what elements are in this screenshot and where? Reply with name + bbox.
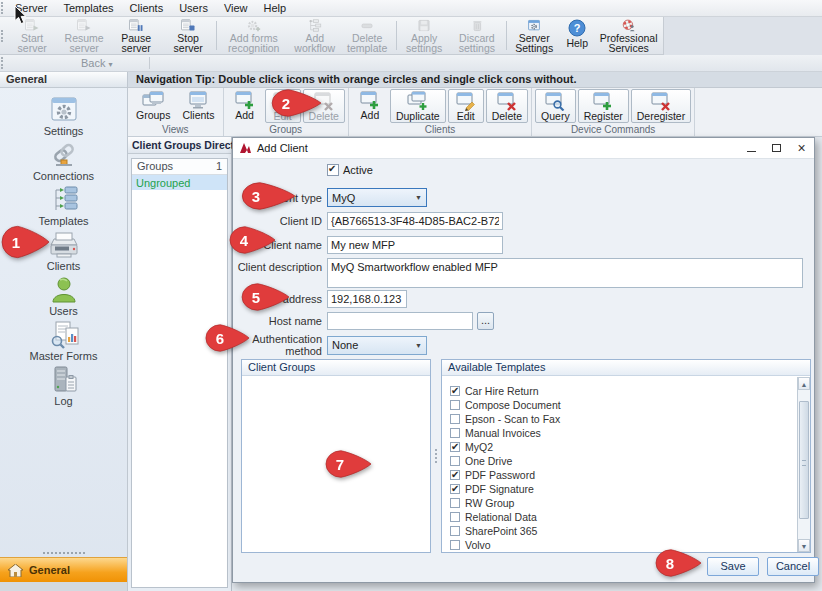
template-row[interactable]: Compose Document <box>442 398 810 412</box>
professional-services-button[interactable]: Professional Services <box>594 17 663 54</box>
template-row[interactable]: Car Hire Return <box>442 384 810 398</box>
help-button[interactable]: ? Help <box>560 17 594 54</box>
client-name-input[interactable] <box>327 236 503 254</box>
menu-templates[interactable]: Templates <box>55 1 121 15</box>
splitter-handle[interactable] <box>0 548 127 557</box>
add-forms-recognition-button[interactable]: Add forms recognition <box>219 17 289 54</box>
groups-add-button[interactable]: Add <box>227 89 263 123</box>
template-row[interactable]: MyQ2 <box>442 440 810 454</box>
cancel-button[interactable]: Cancel <box>767 557 819 576</box>
client-type-select[interactable]: MyQ ▼ <box>327 188 427 207</box>
host-browse-button[interactable]: ... <box>477 312 494 330</box>
sidebar-item-users[interactable]: Users <box>0 275 127 317</box>
template-row[interactable]: Manual Invoices <box>442 426 810 440</box>
sidebar-item-log[interactable]: Log <box>0 365 127 407</box>
device-register-button[interactable]: Register <box>578 89 629 123</box>
settings-icon <box>48 95 80 125</box>
menu-help[interactable]: Help <box>256 1 295 15</box>
views-groups-button[interactable]: Groups <box>131 89 175 123</box>
menu-clients[interactable]: Clients <box>122 1 172 15</box>
add-icon <box>359 90 381 110</box>
template-checkbox[interactable] <box>450 540 460 550</box>
template-checkbox[interactable] <box>450 400 460 410</box>
template-checkbox[interactable] <box>450 442 460 452</box>
add-workflow-button[interactable]: Add workflow <box>289 17 341 54</box>
sidebar-item-settings[interactable]: Settings <box>0 95 127 137</box>
menu-users[interactable]: Users <box>171 1 216 15</box>
resume-server-button[interactable]: Resume server <box>58 17 110 54</box>
template-row[interactable]: RW Group <box>442 496 810 510</box>
group-row-ungrouped[interactable]: Ungrouped <box>132 175 227 190</box>
minimize-button[interactable] <box>739 138 764 158</box>
clients-edit-button[interactable]: Edit <box>448 89 484 123</box>
server-settings-button[interactable]: Server Settings <box>508 17 560 54</box>
templates-scrollbar[interactable]: ▲ ▼ <box>797 377 810 552</box>
ip-address-input[interactable] <box>327 290 407 308</box>
sidebar-footer-general[interactable]: General <box>0 557 127 582</box>
save-button[interactable]: Save <box>707 557 759 576</box>
views-clients-button[interactable]: Clients <box>177 89 219 123</box>
template-checkbox[interactable] <box>450 456 460 466</box>
sidebar-item-templates[interactable]: Templates <box>0 185 127 227</box>
menu-view[interactable]: View <box>216 1 256 15</box>
toolbar-separator <box>396 21 397 50</box>
clients-delete-button[interactable]: Delete <box>486 89 528 123</box>
active-checkbox[interactable] <box>327 164 339 176</box>
scroll-thumb[interactable] <box>799 401 809 519</box>
sidebar-header: General <box>0 72 127 88</box>
register-icon <box>592 91 614 111</box>
template-checkbox[interactable] <box>450 386 460 396</box>
maximize-icon <box>772 144 781 152</box>
client-description-input[interactable]: MyQ Smartworkflow enabled MFP <box>327 258 803 288</box>
template-checkbox[interactable] <box>450 414 460 424</box>
template-row[interactable]: PDF Password <box>442 468 810 482</box>
discard-settings-button[interactable]: Discard settings <box>450 17 503 54</box>
svg-text:?: ? <box>574 22 581 34</box>
maximize-button[interactable] <box>764 138 789 158</box>
panel-title: Client Groups Directory <box>128 137 231 154</box>
template-checkbox[interactable] <box>450 428 460 438</box>
device-deregister-button[interactable]: Deregister <box>631 89 691 123</box>
apply-settings-button[interactable]: Apply settings <box>398 17 450 54</box>
device-query-button[interactable]: Query <box>535 89 576 123</box>
clients-duplicate-button[interactable]: Duplicate <box>390 89 446 123</box>
clients-add-button[interactable]: Add <box>352 89 388 123</box>
sidebar-item-connections[interactable]: Connections <box>0 140 127 182</box>
close-button[interactable]: × <box>789 138 814 158</box>
template-checkbox[interactable] <box>450 470 460 480</box>
add-icon <box>234 90 256 110</box>
add-forms-recognition-icon <box>244 19 264 32</box>
panel-splitter[interactable] <box>431 359 441 553</box>
template-checkbox[interactable] <box>450 498 460 508</box>
add-workflow-icon <box>305 19 325 32</box>
scroll-down-arrow[interactable]: ▼ <box>798 539 810 552</box>
host-name-input[interactable] <box>327 312 473 330</box>
template-checkbox[interactable] <box>450 512 460 522</box>
template-row[interactable]: Relational Data <box>442 510 810 524</box>
log-icon <box>49 365 79 395</box>
back-button[interactable]: Back ▾ <box>75 57 119 69</box>
step-balloon-8: 8 <box>654 548 702 578</box>
template-row[interactable]: One Drive <box>442 454 810 468</box>
step-balloon-7: 7 <box>324 449 372 479</box>
scroll-up-arrow[interactable]: ▲ <box>798 377 810 390</box>
template-row[interactable]: Epson - Scan to Fax <box>442 412 810 426</box>
step-balloon-3: 3 <box>240 181 296 211</box>
chevron-down-icon: ▼ <box>415 194 422 201</box>
add-client-dialog: Add Client × Active Client type MyQ ▼ Cl… <box>232 137 815 583</box>
sidebar-item-master-forms[interactable]: Master Forms <box>0 320 127 362</box>
template-row[interactable]: Volvo <box>442 538 810 552</box>
groups-column-header[interactable]: Groups 1 <box>132 159 227 175</box>
client-id-input[interactable] <box>327 212 503 230</box>
template-checkbox[interactable] <box>450 526 460 536</box>
delete-template-button[interactable]: Delete template <box>341 17 394 54</box>
dialog-titlebar[interactable]: Add Client × <box>233 138 814 159</box>
auth-method-select[interactable]: None ▼ <box>327 336 427 355</box>
pause-server-button[interactable]: Pause server <box>110 17 162 54</box>
template-row[interactable]: PDF Signature <box>442 482 810 496</box>
template-row[interactable]: SharePoint 365 <box>442 524 810 538</box>
stop-server-button[interactable]: Stop server <box>162 17 214 54</box>
toolbar-separator <box>216 21 217 50</box>
template-checkbox[interactable] <box>450 484 460 494</box>
active-row: Active <box>233 164 373 176</box>
